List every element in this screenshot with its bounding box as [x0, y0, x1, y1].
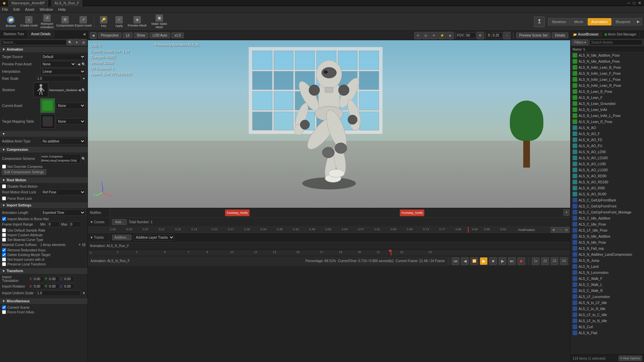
current-asset-select[interactable]: None: [56, 103, 86, 109]
asset-item[interactable]: ALS_N_Locomotion: [571, 269, 644, 276]
force-front-xaxis-checkbox[interactable]: [2, 310, 6, 314]
asset-item[interactable]: ALS_N_Idle_Pose: [571, 239, 644, 245]
apply-button[interactable]: ✓ Apply: [112, 13, 126, 30]
asset-item[interactable]: ALS_LF_to_N_Idle: [571, 318, 644, 324]
asset-item[interactable]: ALS_N_AO_FD: [571, 137, 644, 143]
asset-browser-tab[interactable]: 📂 AssetBrowser: [571, 32, 602, 37]
vp-ctrl-1[interactable]: ⊙: [414, 32, 422, 39]
vp-ctrl-3[interactable]: ☀: [430, 32, 438, 39]
asset-item[interactable]: ALS_C_to_N_Idle: [571, 306, 644, 312]
curves-add-btn[interactable]: Add...: [112, 219, 127, 225]
window-tab2[interactable]: ALS_N_Run_F: [51, 0, 82, 6]
asset-item[interactable]: ALS_C_Walk_L: [571, 282, 644, 288]
asset-item[interactable]: ALS_N_AO_LD180: [571, 155, 644, 161]
asset-item[interactable]: ALS_C_GetUpFromFront: [571, 203, 644, 209]
perspective-btn[interactable]: Perspective: [98, 33, 121, 38]
fov-input[interactable]: [465, 33, 476, 38]
record-btn[interactable]: ⏺: [518, 257, 525, 265]
playback-extra-3[interactable]: 24: [560, 257, 568, 265]
show-btn[interactable]: Show: [134, 33, 148, 38]
panel-options-btn[interactable]: ▼: [74, 39, 80, 45]
rot-z-input[interactable]: [63, 284, 74, 289]
frame-max-input[interactable]: [69, 222, 82, 227]
asset-item[interactable]: ALS_C_Walk_F: [571, 276, 644, 282]
tl-ctrl-1[interactable]: ⊞: [551, 227, 556, 233]
asset-item[interactable]: ALS_N_InAir_Lean_L_Pose: [571, 76, 644, 82]
browse-button[interactable]: 📁 Browse: [2, 13, 19, 30]
import-section-header[interactable]: ▼Import Settings: [0, 202, 88, 208]
asset-item[interactable]: ALS_N_AO_RU90: [571, 191, 644, 197]
anim-length-select[interactable]: Exported Time: [40, 209, 86, 216]
vp-ctrl-5[interactable]: ◈: [446, 32, 454, 39]
asset-item[interactable]: ALS_N_AO_LU90: [571, 161, 644, 167]
compression-button[interactable]: ⚙ Compression: [56, 13, 74, 30]
asset-item[interactable]: ALS_N_Lean_F: [571, 95, 644, 101]
animation-section-header[interactable]: ▼Animation: [0, 47, 88, 52]
set-material-curve-checkbox[interactable]: [2, 238, 6, 242]
rot-y-input[interactable]: [48, 284, 59, 289]
not-import-curves-checkbox[interactable]: [2, 257, 6, 261]
toggle-looping-btn[interactable]: 🔁: [471, 257, 478, 265]
preview-scene-btn[interactable]: Preview Scene Set: [516, 33, 551, 38]
asset-item[interactable]: ALS_N_InAir_Lean_R_Pose: [571, 82, 644, 88]
asset-details-tab[interactable]: Asset Details: [28, 31, 54, 38]
asset-item[interactable]: ALS_N_AO: [571, 125, 644, 131]
asset-item[interactable]: ALS_N_AO_LU180: [571, 167, 644, 173]
skip-to-end-btn[interactable]: ⏭: [508, 257, 516, 265]
vp-ctrl-6[interactable]: ⚙: [477, 32, 484, 39]
notify-marker-2[interactable]: Footstep_Notify: [400, 209, 424, 216]
edit-compression-btn[interactable]: Edit Compression Settings: [2, 169, 46, 175]
target-source-select[interactable]: Default: [40, 54, 86, 60]
step-back-btn[interactable]: ◀: [461, 257, 469, 265]
asset-item[interactable]: ALS_N_Lean_R_Pose: [571, 119, 644, 125]
step-fwd-btn[interactable]: ▶: [499, 257, 506, 265]
remove-suffix-btn[interactable]: ⊟: [82, 242, 86, 247]
convert-scene-checkbox[interactable]: [2, 305, 6, 309]
reimport-button[interactable]: ↺ Reimport Animation: [38, 13, 56, 30]
asset-item[interactable]: ALS_Curl: [571, 324, 644, 330]
panel-expand-btn[interactable]: ⊞: [80, 39, 87, 45]
asset-item[interactable]: ALS_LF_Locomotion: [571, 294, 644, 300]
scale-dropdown[interactable]: ▼: [82, 291, 86, 295]
create-asset-button[interactable]: + Create Asset: [20, 13, 38, 30]
scale-btn[interactable]: x1.0: [171, 33, 184, 38]
asset-item[interactable]: ALS_N_Lean_Grounded: [571, 101, 644, 107]
asset-item[interactable]: ALS_N_Idle_Additive_Pose: [571, 58, 644, 64]
notify-marker-1[interactable]: Footstep_Notify: [225, 209, 250, 216]
speed-select[interactable]: 1x: [532, 257, 539, 265]
vp-ctrl-4[interactable]: ⚡: [438, 32, 446, 39]
trans-z-input[interactable]: [63, 276, 74, 282]
skeleton-icon-btn[interactable]: [534, 16, 545, 27]
compression-search[interactable]: 🔍: [82, 157, 86, 161]
compression-section-header[interactable]: ▼Compression: [0, 147, 88, 153]
playback-extra-1[interactable]: 22: [541, 257, 549, 265]
tracks-type-select[interactable]: Additive Layer Tracks: [133, 234, 174, 241]
rate-scale-dropdown[interactable]: ▼: [82, 77, 86, 80]
panel-search-btn[interactable]: 🔍: [67, 39, 73, 45]
notify-add-btn[interactable]: +: [564, 209, 570, 216]
asset-item[interactable]: ALS_N_AO_RD180: [571, 179, 644, 185]
tracks-add-btn[interactable]: Additive...: [112, 235, 131, 240]
tl-ctrl-3[interactable]: ⊟: [564, 227, 570, 233]
default-sample-checkbox[interactable]: [2, 228, 6, 232]
menu-help[interactable]: Help: [58, 7, 66, 11]
asset-item[interactable]: ALS_C_GetUpFromFront_Montage: [571, 209, 644, 215]
additive-type-select[interactable]: No additive: [40, 138, 86, 144]
import-custom-attr-checkbox[interactable]: [2, 233, 6, 237]
root-motion-lock-select[interactable]: Ref Pose: [40, 189, 86, 195]
asset-item[interactable]: ALS_N_Additive_LandCompression: [571, 251, 644, 257]
key-button[interactable]: 🔑 Key: [96, 13, 111, 30]
make-static-button[interactable]: ▣ Make Static Mesh: [148, 13, 171, 30]
asset-item[interactable]: ALS_C_Walk_R: [571, 288, 644, 294]
asset-item[interactable]: ALS_N_Land: [571, 263, 644, 269]
more-modes-btn[interactable]: ▶: [635, 18, 642, 25]
asset-item[interactable]: ALS_N_to_LF_Idle: [571, 300, 644, 306]
skeleton-mode-tab[interactable]: Skeleton: [548, 18, 570, 25]
preserve-local-checkbox[interactable]: [2, 262, 6, 266]
skeleton-search[interactable]: 🔍: [82, 88, 86, 92]
menu-file[interactable]: File: [2, 7, 8, 11]
transform-section-header[interactable]: ▼Transform: [0, 268, 88, 274]
rate-scale-input[interactable]: [36, 76, 81, 81]
asset-item[interactable]: ALS_N_Flail: [571, 330, 644, 336]
asset-item[interactable]: ALS_N_AO_FU: [571, 143, 644, 149]
